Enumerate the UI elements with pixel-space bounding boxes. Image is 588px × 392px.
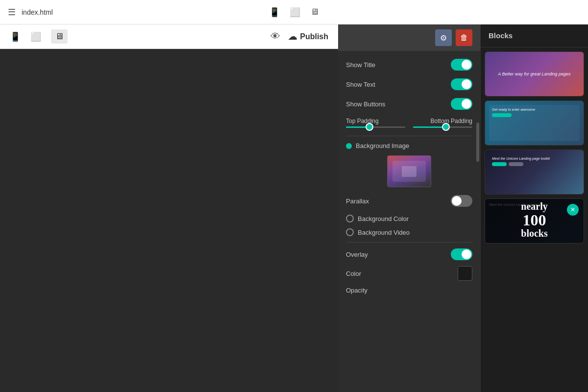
settings-panel: ⚙ 🗑 Show Title Show Text Show Buttons	[338, 24, 480, 392]
blocks-list: A Better way for great Landing pages Get…	[481, 48, 588, 392]
settings-panel-header: ⚙ 🗑	[338, 24, 480, 51]
block-text-1: A Better way for great Landing pages	[494, 68, 574, 80]
block-preview-4: Meet the Unicore Landing page toolkit ne…	[485, 199, 584, 243]
divider-2	[346, 242, 472, 243]
bottom-padding-slider-wrapper	[413, 126, 472, 128]
block-item-4[interactable]: Meet the Unicore Landing page toolkit ne…	[485, 198, 584, 244]
gear-button[interactable]: ⚙	[435, 29, 452, 46]
top-toolbar: ☰ index.html 📱 ⬜ 🖥	[0, 0, 588, 24]
bg-active-indicator	[346, 143, 352, 149]
block-text-3: Meet the Unicore Landing page toolkit	[492, 157, 577, 160]
cloud-upload-icon: ☁	[288, 31, 297, 42]
bottom-padding-thumb[interactable]	[442, 123, 450, 131]
bg-image-thumbnail[interactable]	[387, 155, 431, 187]
show-title-row: Show Title	[346, 59, 472, 71]
top-padding-thumb[interactable]	[366, 123, 373, 131]
parallax-row: Parallax	[346, 195, 472, 207]
hamburger-icon[interactable]: ☰	[8, 7, 16, 18]
overlay-toggle[interactable]	[451, 248, 472, 260]
color-row: Color	[346, 266, 472, 281]
bottom-padding-fill	[413, 126, 446, 128]
color-label: Color	[346, 270, 361, 277]
parallax-toggle[interactable]	[451, 195, 472, 207]
block-preview-1: A Better way for great Landing pages	[485, 52, 584, 96]
blocks-panel: Blocks A Better way for great Landing pa…	[480, 24, 588, 392]
device-selector: 📱 ⬜ 🖥	[269, 7, 319, 18]
bg-color-radio[interactable]	[346, 215, 354, 222]
opacity-label: Opacity	[346, 287, 472, 294]
show-buttons-row: Show Buttons	[346, 98, 472, 110]
thumbnail-preview	[388, 156, 431, 187]
publish-button[interactable]: ☁ Publish	[288, 31, 328, 42]
opacity-section: Opacity	[346, 287, 472, 294]
device-toolbar: 📱 ⬜ 🖥 👁 ☁ Publish	[0, 24, 338, 49]
block-item-1[interactable]: A Better way for great Landing pages	[485, 51, 584, 97]
settings-content[interactable]: Show Title Show Text Show Buttons Top Pa…	[338, 51, 480, 392]
scroll-indicator	[476, 122, 479, 162]
show-text-toggle[interactable]	[451, 78, 472, 90]
block-preview-3: Meet the Unicore Landing page toolkit	[485, 150, 584, 194]
right-toolbar: 👁 ☁ Publish	[270, 31, 328, 42]
tablet-icon[interactable]: ⬜	[30, 31, 41, 42]
show-buttons-toggle[interactable]	[451, 98, 472, 110]
padding-labels-row: Top Padding Bottom Padding	[346, 118, 472, 124]
hundred-text: 100	[489, 212, 580, 228]
show-buttons-label: Show Buttons	[346, 100, 385, 108]
bottom-padding-label: Bottom Padding	[431, 118, 472, 124]
show-text-label: Show Text	[346, 81, 375, 88]
tablet-view-icon[interactable]: ⬜	[290, 7, 300, 18]
bg-thumbnail-container	[346, 155, 472, 187]
overlay-toggle-row: Overlay	[346, 248, 472, 260]
top-padding-slider-wrapper	[346, 126, 405, 128]
delete-button[interactable]: 🗑	[456, 29, 472, 46]
close-overlay-button[interactable]: ✕	[567, 204, 579, 216]
parallax-label: Parallax	[346, 197, 369, 205]
padding-sliders	[346, 126, 472, 128]
block-item-2[interactable]: Get ready to enter awesome	[485, 100, 584, 146]
desktop-icon-active[interactable]: 🖥	[51, 29, 68, 44]
bg-color-row: Background Color	[346, 215, 472, 222]
main-area: 📱 ⬜ 🖥 👁 ☁ Publish	[0, 24, 588, 392]
desktop-view-icon[interactable]: 🖥	[310, 7, 319, 18]
block-text-2: Get ready to enter awesome	[492, 108, 577, 111]
block-item-3[interactable]: Meet the Unicore Landing page toolkit	[485, 149, 584, 195]
blocks-text: blocks	[489, 228, 580, 239]
mobile-icon[interactable]: 📱	[10, 31, 21, 42]
divider-1	[346, 136, 472, 136]
show-text-row: Show Text	[346, 78, 472, 90]
show-title-toggle[interactable]	[451, 59, 472, 71]
bg-video-row: Background Video	[346, 228, 472, 236]
blocks-title: Blocks	[489, 31, 513, 40]
bg-video-radio[interactable]	[346, 228, 354, 236]
bottom-padding-track	[413, 126, 472, 128]
overlay-label: Overlay	[346, 251, 368, 258]
bg-image-row: Background Image	[346, 142, 472, 149]
file-name: index.html	[22, 8, 53, 16]
show-title-label: Show Title	[346, 61, 375, 69]
device-icons-inner: 📱 ⬜ 🖥	[10, 29, 68, 44]
bg-color-label: Background Color	[358, 215, 409, 222]
editor-area: 📱 ⬜ 🖥 👁 ☁ Publish	[0, 24, 338, 392]
nearly-text: nearly	[489, 201, 580, 212]
bg-image-label: Background Image	[356, 142, 409, 149]
color-swatch[interactable]	[458, 266, 472, 281]
mobile-view-icon[interactable]: 📱	[269, 7, 280, 18]
blocks-panel-header: Blocks	[481, 24, 588, 48]
preview-icon[interactable]: 👁	[270, 31, 280, 42]
bg-video-label: Background Video	[358, 229, 410, 236]
top-padding-track	[346, 126, 405, 128]
block-preview-2: Get ready to enter awesome	[485, 101, 584, 145]
top-padding-label: Top Padding	[346, 118, 379, 124]
